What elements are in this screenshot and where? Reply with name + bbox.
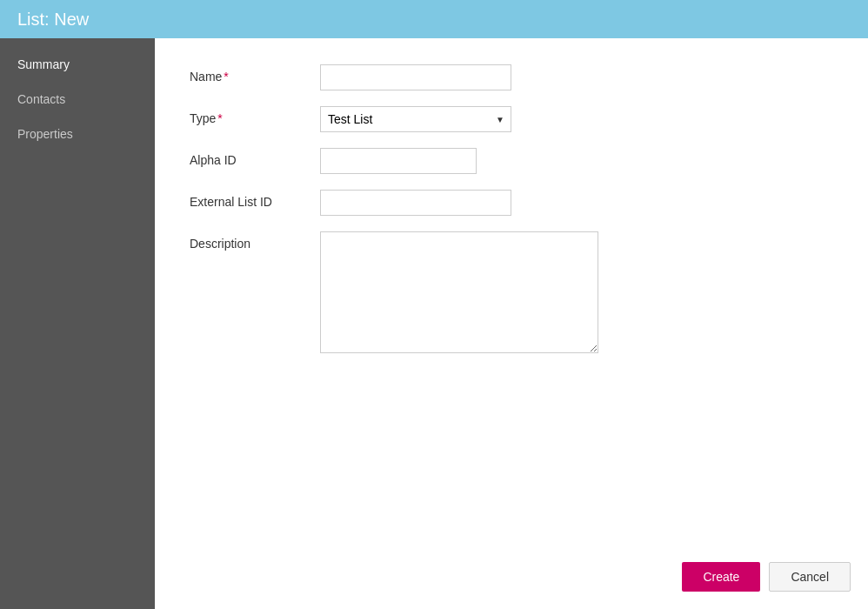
sidebar-item-contacts[interactable]: Contacts	[0, 82, 155, 117]
name-label: Name*	[190, 64, 320, 84]
alpha-id-label: Alpha ID	[190, 148, 320, 167]
name-required-star: *	[224, 70, 228, 84]
type-required-star: *	[217, 111, 222, 125]
page-title: List: New	[17, 10, 89, 30]
description-textarea[interactable]	[320, 231, 598, 353]
external-list-id-group: External List ID	[190, 190, 833, 216]
page-header: List: New	[0, 0, 868, 38]
description-label: Description	[190, 231, 320, 251]
content-area: Name* Type* Test List Marketing List Con…	[155, 38, 868, 609]
type-select-wrapper: Test List Marketing List Contact List	[320, 106, 511, 132]
create-button[interactable]: Create	[682, 562, 760, 592]
footer-buttons: Create Cancel	[682, 562, 851, 592]
type-select[interactable]: Test List Marketing List Contact List	[320, 106, 511, 132]
name-group: Name*	[190, 64, 833, 90]
description-group: Description	[190, 231, 833, 353]
main-layout: Summary Contacts Properties Name* Type* …	[0, 38, 868, 609]
type-group: Type* Test List Marketing List Contact L…	[190, 106, 833, 132]
sidebar-item-summary[interactable]: Summary	[0, 47, 155, 82]
external-list-id-input[interactable]	[320, 190, 511, 216]
name-input[interactable]	[320, 64, 511, 90]
cancel-button[interactable]: Cancel	[769, 562, 851, 592]
sidebar: Summary Contacts Properties	[0, 38, 155, 609]
alpha-id-group: Alpha ID	[190, 148, 833, 174]
type-label: Type*	[190, 106, 320, 125]
external-list-id-label: External List ID	[190, 190, 320, 209]
alpha-id-input[interactable]	[320, 148, 477, 174]
sidebar-item-properties[interactable]: Properties	[0, 117, 155, 151]
